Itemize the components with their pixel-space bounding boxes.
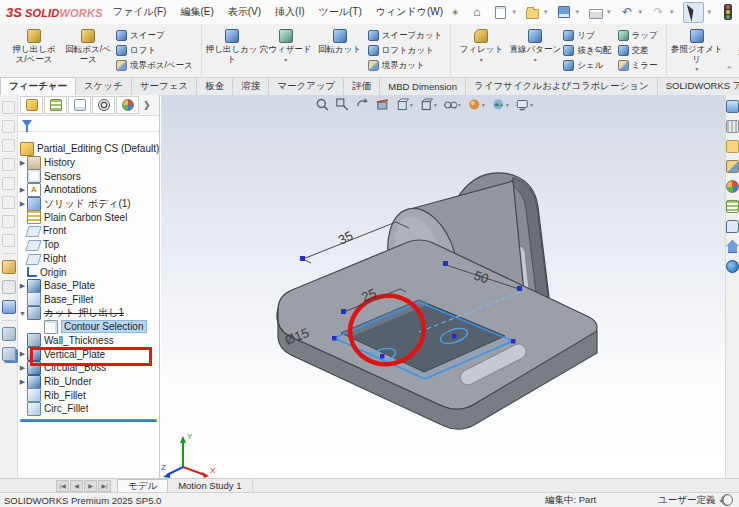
save-icon[interactable] [557,5,572,20]
print-icon[interactable] [588,5,603,20]
sketch-handle[interactable] [380,354,385,359]
zoom-to-area-icon[interactable] [336,98,349,111]
menu-insert[interactable]: 挿入(I) [275,5,304,19]
rollback-bar[interactable] [20,419,157,422]
edit-appearance-icon[interactable]: ▾ [468,98,485,111]
intersect-button[interactable]: 交差 [618,44,662,57]
zoom-to-fit-icon[interactable] [316,98,329,111]
tab-solidworks-addins[interactable]: SOLIDWORKS アドイン [658,78,739,95]
view-palette-icon[interactable] [726,160,739,173]
tree-item-circ-fillet[interactable]: Circ_Fillet [18,402,159,416]
property-manager-tab[interactable] [44,96,67,114]
hole-wizard-button[interactable]: 穴ウィザード▾ [260,26,312,75]
view-cube-icon[interactable] [2,101,15,114]
view-settings-icon[interactable]: ▾ [516,98,533,111]
expand-arrow-icon[interactable]: ▶ [18,159,27,167]
view-orientation-icon[interactable]: ▾ [396,98,413,111]
prev-tab-icon[interactable]: ◀ [70,480,83,492]
tree-item-annotations[interactable]: ▶AAnnotations [18,183,159,197]
layers-icon[interactable] [2,327,16,341]
tree-item-contour-selection[interactable]: Contour Selection [18,320,159,334]
view-cube-icon[interactable] [2,234,15,247]
edit-icon[interactable] [2,280,16,294]
tree-item-circular-boss[interactable]: ▶Circular_Boss [18,361,159,375]
sweep-cut-button[interactable]: スイープカット [368,29,447,42]
status-globe-icon[interactable] [721,494,733,506]
tree-item-top-plane[interactable]: Top [18,238,159,252]
graphics-viewport[interactable]: 35 50 25 Ø15 [161,95,725,478]
tree-item-solid-bodies[interactable]: ▶ソリッド ボディ(1) [18,197,159,211]
loft-button[interactable]: ロフト [116,44,197,57]
tree-item-sensors[interactable]: Sensors [18,169,159,183]
new-document-icon[interactable] [493,5,508,20]
motion-study-tab[interactable]: Motion Study 1 [168,479,252,492]
undo-icon[interactable]: ↶ [620,5,635,20]
view-cube-icon[interactable] [2,177,15,190]
solidworks-resources-icon[interactable] [726,100,739,113]
sweep-button[interactable]: スイープ [116,29,197,42]
display-manager-tab[interactable] [116,96,139,114]
revolve-boss-button[interactable]: 回転ボス/ベース [62,26,114,75]
apply-scene-icon[interactable]: ▾ [492,98,509,111]
previous-view-icon[interactable] [356,98,369,111]
redo-icon[interactable]: ↷ [651,5,666,20]
tree-item-wall-thickness[interactable]: Wall_Thickness [18,334,159,348]
tree-item-history[interactable]: ▶History [18,156,159,170]
view-cube-icon[interactable] [2,196,15,209]
revolve-cut-button[interactable]: 回転カット [314,26,366,75]
expand-arrow-icon[interactable]: ▶ [18,186,27,194]
custom-properties-icon[interactable] [726,200,739,213]
model-tab[interactable]: モデル [117,479,168,493]
rebuild-traffic-light-icon[interactable] [720,5,735,20]
display-style-icon[interactable]: ▾ [420,98,437,111]
tree-item-material[interactable]: Plain Carbon Steel [18,210,159,224]
last-tab-icon[interactable]: ▶| [98,480,111,492]
tree-item-front-plane[interactable]: Front [18,224,159,238]
tab-evaluate[interactable]: 評価 [344,78,380,95]
reference-geometry-button[interactable]: 参照ジオメトリ▾ [671,26,723,75]
tree-item-vertical-plate[interactable]: ▶Vertical_Plate [18,347,159,361]
extrude-cut-button[interactable]: 押し出しカット [206,26,258,75]
tab-sketch[interactable]: スケッチ [76,78,132,95]
dimension-handle[interactable] [300,256,305,261]
tab-mbd-dimension[interactable]: MBD Dimension [380,78,466,95]
part-model[interactable]: 35 50 25 Ø15 [161,95,725,478]
boundary-cut-button[interactable]: 境界カット [368,59,447,72]
shell-button[interactable]: シェル [563,59,615,72]
home-icon[interactable]: ⌂ [469,5,484,20]
expand-arrow-icon[interactable]: ▶ [18,282,27,290]
design-library-icon[interactable] [726,120,739,133]
view-cube-icon[interactable] [2,139,15,152]
fillet-button[interactable]: フィレット▾ [455,26,507,75]
wrap-button[interactable]: ラップ [618,29,662,42]
sketch-handle[interactable] [511,339,516,344]
linear-pattern-button[interactable]: 直線パターン▾ [509,26,561,75]
open-document-icon[interactable] [525,5,540,20]
forum-icon[interactable] [726,220,739,233]
dimension-handle[interactable] [341,309,346,314]
hide-show-items-icon[interactable]: ▾ [444,98,461,111]
units-selector[interactable]: ユーザー定義▾ [658,494,722,507]
appearances-scenes-icon[interactable] [726,180,739,193]
tab-surfaces[interactable]: サーフェス [132,78,197,95]
pin-menu-icon[interactable]: ✶ [451,7,459,18]
mirror-button[interactable]: ミラー [618,59,662,72]
extrude-boss-button[interactable]: 押し出しボス/ベース [8,26,60,75]
3dexperience-icon[interactable] [726,260,739,273]
menu-file[interactable]: ファイル(F) [113,5,167,19]
boundary-boss-button[interactable]: 境界ボス/ベース [116,59,197,72]
tree-item-origin[interactable]: Origin [18,265,159,279]
dimension-handle[interactable] [517,286,522,291]
file-explorer-icon[interactable] [726,140,739,153]
tree-item-base-plate[interactable]: ▶Base_Plate [18,279,159,293]
expand-arrow-icon[interactable]: ▶ [18,378,27,386]
view-cube-icon[interactable] [2,158,15,171]
sketch-icon[interactable] [2,260,16,274]
panel-tabs-more-icon[interactable]: ❯ [143,100,151,110]
next-tab-icon[interactable]: ▶ [84,480,97,492]
tree-root-part[interactable]: Partial_Editing CS (Default) <<Default>_ [18,142,159,156]
expand-arrow-icon[interactable]: ▶ [18,350,27,358]
tab-sheet-metal[interactable]: 板金 [197,78,233,95]
dimension-handle[interactable] [443,261,448,266]
tree-item-right-plane[interactable]: Right [18,252,159,266]
